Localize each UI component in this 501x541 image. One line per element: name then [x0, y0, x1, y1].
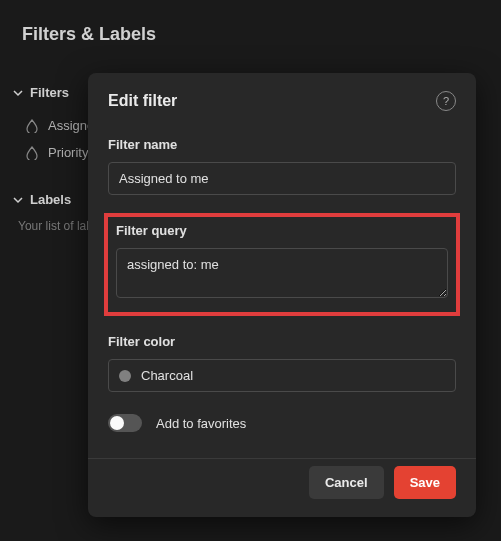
- favorites-toggle[interactable]: [108, 414, 142, 432]
- labels-section-label: Labels: [30, 192, 71, 207]
- toggle-knob-icon: [110, 416, 124, 430]
- page-title: Filters & Labels: [0, 0, 501, 45]
- color-name: Charcoal: [141, 368, 193, 383]
- filter-color-label: Filter color: [108, 334, 456, 349]
- filter-query-highlight: Filter query: [104, 213, 460, 316]
- cancel-button[interactable]: Cancel: [309, 466, 384, 499]
- favorites-label: Add to favorites: [156, 416, 246, 431]
- filter-query-label: Filter query: [116, 223, 448, 238]
- chevron-down-icon: [12, 87, 24, 99]
- drop-icon: [26, 146, 40, 160]
- filters-section-label: Filters: [30, 85, 69, 100]
- chevron-down-icon: [12, 194, 24, 206]
- help-icon[interactable]: ?: [436, 91, 456, 111]
- save-button[interactable]: Save: [394, 466, 456, 499]
- filter-color-select[interactable]: Charcoal: [108, 359, 456, 392]
- filter-name-input[interactable]: [108, 162, 456, 195]
- edit-filter-modal: Edit filter ? Filter name Filter query F…: [88, 73, 476, 517]
- modal-title: Edit filter: [108, 92, 177, 110]
- drop-icon: [26, 119, 40, 133]
- filter-query-input[interactable]: [116, 248, 448, 298]
- color-swatch-icon: [119, 370, 131, 382]
- filter-name-label: Filter name: [108, 137, 456, 152]
- divider: [88, 458, 476, 459]
